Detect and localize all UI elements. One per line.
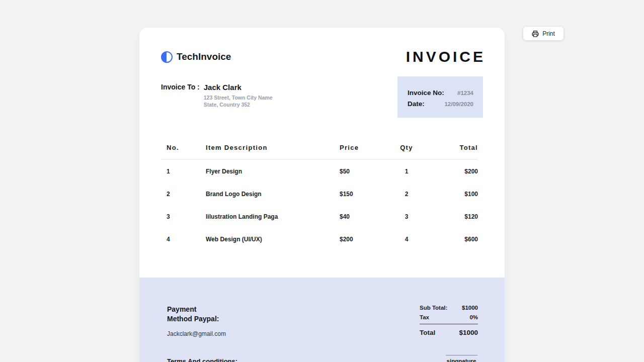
row-item-description: Flyer Design <box>201 168 331 175</box>
half-circle-logo-icon <box>161 51 173 63</box>
header-price: Price <box>331 144 384 151</box>
client-details: Jack Clark 123 Street, Town City Name St… <box>204 83 273 108</box>
table-row: 2 Brand Logo Design $150 2 $100 <box>161 183 478 205</box>
subtotal-label: Sub Total: <box>420 305 447 311</box>
row-no: 4 <box>161 236 201 243</box>
row-no: 2 <box>161 191 201 198</box>
invoice-no-label: Invoice No: <box>408 89 444 97</box>
row-total: $600 <box>429 236 478 243</box>
row-price: $50 <box>331 168 384 175</box>
row-qty: 2 <box>384 191 429 198</box>
header-no: No. <box>161 144 201 151</box>
total-label: Total <box>420 329 435 336</box>
invoice-card: TechInvoice INVOICE Invoice To : Jack Cl… <box>139 28 505 362</box>
signature-label: singnature <box>447 358 476 362</box>
footer-bottom-row: Terms And conditions: singnature <box>167 355 478 362</box>
row-no: 1 <box>161 168 201 175</box>
invoice-no-value: #1234 <box>457 90 473 96</box>
billing-section: Invoice To : Jack Clark 123 Street, Town… <box>161 76 483 118</box>
invoice-date-label: Date: <box>408 100 425 108</box>
footer-top-row: Payment Method Paypal: Jackclark@gmail.c… <box>167 305 478 340</box>
client-name: Jack Clark <box>204 83 273 92</box>
header-item-description: Item Description <box>201 144 331 151</box>
row-total: $100 <box>429 191 478 198</box>
invoice-header: TechInvoice INVOICE <box>161 28 483 65</box>
terms-heading: Terms And conditions: <box>167 357 237 362</box>
signature-block: singnature <box>445 355 478 362</box>
row-qty: 4 <box>384 236 429 243</box>
printer-icon <box>532 30 539 37</box>
invoice-footer: Payment Method Paypal: Jackclark@gmail.c… <box>139 278 505 362</box>
totals-divider <box>420 324 478 324</box>
subtotal-value: $1000 <box>462 305 478 311</box>
table-row: 4 Web Design (UI/UX) $200 4 $600 <box>161 228 478 250</box>
row-total: $120 <box>429 213 478 220</box>
bill-to-block: Invoice To : Jack Clark 123 Street, Town… <box>161 83 273 108</box>
row-item-description: Web Design (UI/UX) <box>201 236 331 243</box>
payment-heading-line2: Method Paypal: <box>167 314 226 324</box>
tax-value: 0% <box>469 314 478 320</box>
payment-heading-line1: Payment <box>167 305 226 314</box>
invoice-date-value: 12/09/2020 <box>444 101 473 107</box>
row-item-description: lilustration Landing Paga <box>201 213 331 220</box>
row-price: $200 <box>331 236 384 243</box>
payment-block: Payment Method Paypal: Jackclark@gmail.c… <box>167 305 226 337</box>
row-qty: 1 <box>384 168 429 175</box>
totals-block: Sub Total: $1000 Tax 0% Total $1000 <box>420 305 478 340</box>
invoice-to-label: Invoice To : <box>161 83 200 108</box>
table-row: 1 Flyer Design $50 1 $200 <box>161 160 478 183</box>
invoice-date-row: Date: 12/09/2020 <box>408 100 473 108</box>
payment-email: Jackclark@gmail.com <box>167 330 226 337</box>
tax-label: Tax <box>420 314 429 320</box>
row-item-description: Brand Logo Design <box>201 191 331 198</box>
invoice-meta-box: Invoice No: #1234 Date: 12/09/2020 <box>397 76 483 118</box>
row-price: $40 <box>331 213 384 220</box>
invoice-body: TechInvoice INVOICE Invoice To : Jack Cl… <box>139 28 505 278</box>
invoice-title: INVOICE <box>406 48 486 65</box>
items-table: No. Item Description Price Qty Total 1 F… <box>161 144 478 250</box>
row-price: $150 <box>331 191 384 198</box>
print-label: Print <box>542 30 555 37</box>
client-address-line1: 123 Street, Town City Name <box>204 95 273 102</box>
brand-name: TechInvoice <box>177 51 231 62</box>
brand-logo: TechInvoice <box>161 51 231 63</box>
total-value: $1000 <box>459 329 478 336</box>
header-qty: Qty <box>384 144 429 151</box>
subtotal-row: Sub Total: $1000 <box>420 305 478 311</box>
header-total: Total <box>429 144 478 151</box>
payment-method-heading: Payment Method Paypal: <box>167 305 226 324</box>
row-qty: 3 <box>384 213 429 220</box>
table-header-row: No. Item Description Price Qty Total <box>161 144 478 160</box>
client-address-line2: State, Country 352 <box>204 102 273 109</box>
signature-line <box>446 355 477 355</box>
row-total: $200 <box>429 168 478 175</box>
print-button[interactable]: Print <box>523 27 564 40</box>
row-no: 3 <box>161 213 201 220</box>
invoice-number-row: Invoice No: #1234 <box>408 89 473 97</box>
table-row: 3 lilustration Landing Paga $40 3 $120 <box>161 206 478 228</box>
tax-row: Tax 0% <box>420 314 478 320</box>
client-address: 123 Street, Town City Name State, Countr… <box>204 95 273 108</box>
grand-total-row: Total $1000 <box>420 329 478 336</box>
